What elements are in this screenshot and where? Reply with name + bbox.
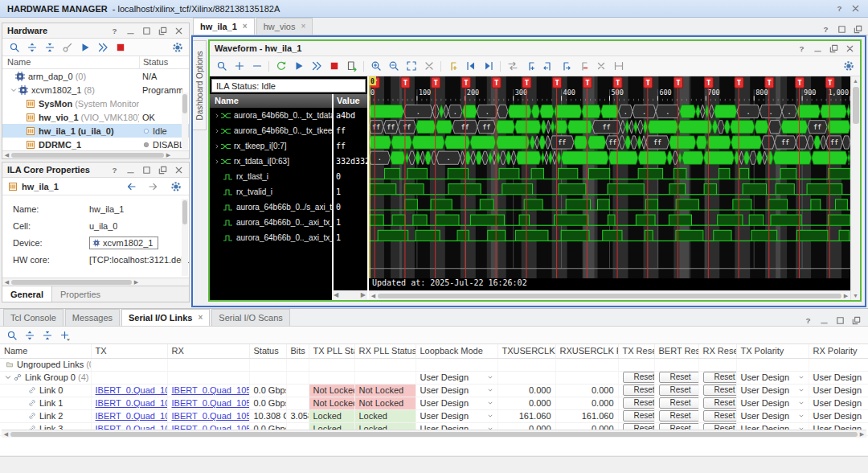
tree-expander-icon[interactable] [10, 86, 18, 94]
tx-reset-button[interactable]: Reset [623, 397, 655, 409]
waveform-search-button[interactable] [213, 59, 230, 74]
tx-polarity-dropdown[interactable]: User Design [741, 398, 805, 408]
hardware-disconnect-button[interactable] [59, 39, 76, 55]
waveform-marker-add-button[interactable] [522, 59, 538, 74]
console-maximize-button[interactable] [835, 315, 845, 326]
serial-io-collapse-button[interactable] [21, 327, 38, 343]
serial-link-row[interactable]: Link Group 0(4)User DesignResetResetRese… [0, 371, 868, 384]
column-header-rx-pll-status[interactable]: RX PLL Status [354, 344, 416, 358]
hardware-maximize-button[interactable] [141, 26, 152, 36]
rx-polarity-dropdown[interactable]: User Design [813, 372, 868, 382]
hardware-close-button[interactable] [174, 26, 184, 36]
tx-polarity-dropdown[interactable]: User Design [741, 411, 805, 421]
loopback-mode-dropdown[interactable]: User Design [420, 385, 493, 395]
waveform-zoom-in-button[interactable] [367, 59, 384, 74]
dashboard-help-button[interactable]: ? [821, 24, 831, 35]
column-header-name[interactable]: Name [0, 344, 91, 358]
hardware-settings-button[interactable] [169, 39, 186, 55]
waveform-signal-row[interactable]: rx_tlast_i [210, 169, 332, 184]
rx-polarity-dropdown[interactable]: User Design [813, 411, 868, 421]
waveform-add-button[interactable] [231, 59, 248, 74]
waveform-canvas[interactable]: 01002003004005006007008009001,000.......… [369, 76, 850, 278]
rx-reset-button[interactable]: Reset [703, 372, 737, 383]
hardware-float-button[interactable] [158, 26, 168, 36]
group-expander-icon[interactable] [4, 373, 12, 381]
loopback-mode-dropdown[interactable]: User Design [420, 411, 493, 421]
app-close-button[interactable] [850, 3, 861, 14]
waveform-hscrollbar[interactable]: ◀▶ [369, 290, 850, 300]
waveform-zoom-out-button[interactable] [385, 59, 402, 74]
console-tab-messages[interactable]: Messages [65, 309, 120, 326]
rx-reset-button[interactable]: Reset [703, 397, 737, 409]
column-header-loopback-mode[interactable]: Loopback Mode [416, 344, 497, 358]
serial-io-expand-button[interactable] [39, 327, 55, 343]
properties-vscrollbar[interactable] [182, 199, 188, 276]
hardware-search-button[interactable] [6, 39, 23, 55]
console-tab-serial-i-o-scans[interactable]: Serial I/O Scans [211, 309, 289, 326]
properties-arrow-left-button[interactable] [122, 179, 139, 194]
column-header-bert-reset[interactable]: BERT Reset [654, 344, 698, 358]
properties-tab-properties[interactable]: Properties [52, 286, 108, 302]
column-header-tx-polarity[interactable]: TX Polarity [736, 344, 809, 358]
tx-polarity-dropdown[interactable]: User Design [741, 372, 805, 382]
waveform-marker-gold-button[interactable] [444, 59, 461, 74]
rx-reset-button[interactable]: Reset [703, 385, 737, 396]
tab-close-icon[interactable]: × [301, 23, 305, 31]
waveform-signal-row[interactable]: rx_tdata_i[0:63] [210, 154, 332, 169]
waveform-remove-button[interactable] [248, 59, 265, 74]
waveform-xgray-button[interactable] [592, 59, 609, 74]
waveform-signal-row[interactable]: aurora_64b66b_0../s_axi_tx_tlast [210, 199, 332, 215]
bert-reset-button[interactable]: Reset [659, 410, 699, 422]
hardware-run-button[interactable] [76, 39, 93, 55]
waveform-edge-next-button[interactable] [480, 59, 497, 74]
dashboard-tab-hw_ila_1[interactable]: hw_ila_1× [193, 18, 255, 35]
waveform-signal-row[interactable]: aurora_64b66b_0.._tx_tkeep[0:7] [210, 123, 332, 138]
waveform-marker-del-button[interactable] [575, 59, 592, 74]
serial-link-row[interactable]: Link 1IBERT_0.Quad_105.CH_1.TXIBERT_0.Qu… [0, 397, 868, 409]
rx-endpoint-link[interactable]: IBERT_0.Quad_105.CH_2.RX [172, 411, 250, 421]
column-header-rx-polarity[interactable]: RX Polarity [809, 344, 868, 358]
signal-expander-icon[interactable] [214, 113, 220, 119]
console-minimize-button[interactable] [819, 315, 829, 326]
waveform-signal-row[interactable]: aurora_64b66b_0.._axi_tx_tready [210, 215, 332, 230]
waveform-export-button[interactable] [343, 59, 360, 74]
hardware-help-button[interactable]: ? [109, 26, 120, 36]
value-column-scrollbar[interactable]: ◀▶ [332, 290, 367, 300]
hardware-tree-row[interactable]: hw_vio_1(VIO_VMK180)OK [2, 110, 189, 124]
bert-reset-button[interactable]: Reset [659, 385, 699, 396]
properties-help-button[interactable]: ? [109, 165, 120, 175]
waveform-signal-row[interactable]: aurora_64b66b_0.._axi_tx_tvalid [210, 230, 332, 245]
waveform-signal-row[interactable]: aurora_64b66b_0.._tx_tdata[0:15 [210, 108, 332, 123]
column-header-tx-pll-status[interactable]: TX PLL Status [309, 344, 354, 358]
tab-close-icon[interactable]: × [243, 23, 248, 31]
hardware-hscrollbar[interactable]: ◀▶ [2, 150, 189, 158]
tx-endpoint-link[interactable]: IBERT_0.Quad_105.CH_2.TX [96, 411, 168, 421]
properties-float-button[interactable] [158, 165, 168, 175]
tx-endpoint-link[interactable]: IBERT_0.Quad_105.CH_0.TX [96, 385, 168, 395]
waveform-stop-button[interactable] [326, 59, 342, 74]
rx-endpoint-link[interactable]: IBERT_0.Quad_105.CH_1.RX [172, 398, 250, 408]
column-header-status[interactable]: Status [249, 344, 286, 358]
serial-link-row[interactable]: Ungrouped Links(0) [0, 358, 868, 371]
column-header-bits[interactable]: Bits [286, 344, 309, 358]
signal-expander-icon[interactable] [214, 143, 220, 150]
properties-close-button[interactable] [174, 165, 184, 175]
waveform-help-button[interactable]: ? [796, 43, 807, 54]
column-header-txuserclk-freq[interactable]: TXUSERCLK Freq [497, 344, 555, 358]
waveform-refresh-button[interactable] [272, 59, 289, 74]
waveform-edge-prev-button[interactable] [462, 59, 479, 74]
dashboard-options-tab[interactable]: Dashboard Options [193, 40, 207, 130]
waveform-signal-row[interactable]: rx_tkeep_i[0:7] [210, 138, 332, 154]
rx-endpoint-link[interactable]: IBERT_0.Quad_105.CH_0.RX [172, 385, 250, 395]
tab-close-icon[interactable]: × [198, 314, 203, 322]
waveform-run-button[interactable] [290, 59, 307, 74]
hardware-vscrollbar[interactable] [182, 93, 188, 150]
tx-endpoint-link[interactable]: IBERT_0.Quad_105.CH_1.TX [96, 398, 168, 408]
tx-reset-button[interactable]: Reset [623, 410, 655, 422]
signal-expander-icon[interactable] [214, 128, 220, 134]
signal-expander-icon[interactable] [214, 158, 220, 165]
serial-link-row[interactable]: Link 2IBERT_0.Quad_105.CH_2.TXIBERT_0.Qu… [0, 409, 868, 422]
waveform-signal-row[interactable]: rx_tvalid_i [210, 184, 332, 199]
console-float-button[interactable] [851, 315, 862, 326]
rx-reset-button[interactable]: Reset [703, 410, 737, 422]
